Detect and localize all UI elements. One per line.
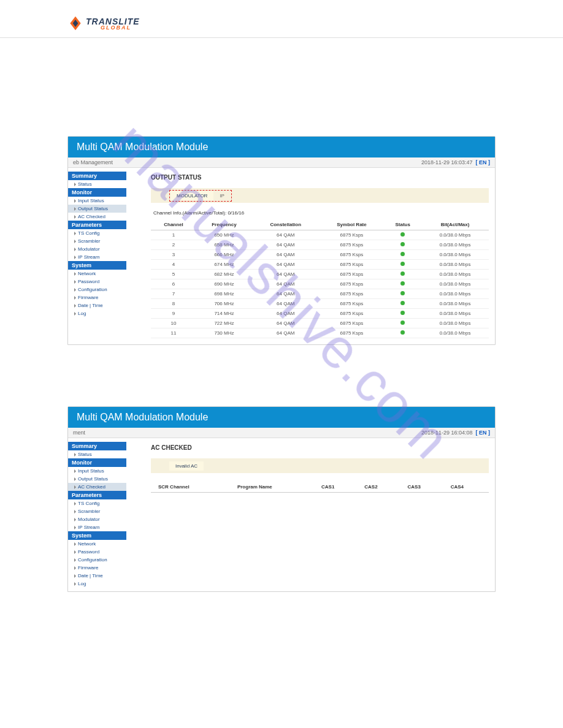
- table-cell: 0.0/38.0 Mbps: [421, 260, 489, 270]
- language-link[interactable]: [ EN ]: [476, 159, 491, 165]
- caret-icon: [74, 215, 76, 219]
- caret-icon: [74, 469, 76, 473]
- page-header: TRANSLITE GLOBAL: [0, 0, 563, 38]
- table-cell: 11: [151, 328, 196, 338]
- status-ok-icon: [400, 291, 405, 295]
- sidebar-item-configuration[interactable]: Configuration: [68, 286, 126, 294]
- table-cell: 722 MHz: [196, 319, 252, 328]
- sidebar-item-scrambler[interactable]: Scrambler: [68, 507, 126, 515]
- sidebar-item-label: Output Status: [78, 206, 108, 211]
- table-row: 7698 MHz64 QAM6875 Ksps0.0/38.0 Mbps: [151, 289, 489, 299]
- table-cell: 6875 Ksps: [320, 299, 385, 309]
- table-cell: [384, 250, 421, 260]
- table-cell: 64 QAM: [252, 319, 320, 328]
- table-row: 2658 MHz64 QAM6875 Ksps0.0/38.0 Mbps: [151, 240, 489, 250]
- sidebar-item-label: Status: [78, 452, 92, 457]
- table-cell: 6875 Ksps: [320, 328, 385, 338]
- sidebar-item-password[interactable]: Password: [68, 548, 126, 556]
- caret-icon: [74, 477, 76, 481]
- column-header: CAS3: [402, 482, 445, 493]
- status-ok-icon: [400, 281, 405, 286]
- sidebar-item-log[interactable]: Log: [68, 309, 126, 317]
- table-cell: 650 MHz: [196, 230, 252, 240]
- tab-modulator[interactable]: MODULATOR: [170, 191, 213, 200]
- output-status-table: ChannelFrequencyConstellationSymbol Rate…: [151, 219, 489, 338]
- caret-icon: [74, 574, 76, 578]
- sidebar-item-ts-config[interactable]: TS Config: [68, 499, 126, 507]
- table-row: 9714 MHz64 QAM6875 Ksps0.0/38.0 Mbps: [151, 309, 489, 319]
- brand-logo: TRANSLITE GLOBAL: [67, 15, 496, 31]
- table-cell: 6875 Ksps: [320, 319, 385, 328]
- status-ok-icon: [400, 252, 405, 256]
- table-cell: 64 QAM: [252, 299, 320, 309]
- table-cell: 64 QAM: [252, 309, 320, 319]
- sidebar-item-label: Output Status: [78, 476, 108, 482]
- caret-icon: [74, 232, 76, 235]
- column-header: CAS1: [316, 482, 359, 493]
- table-cell: 0.0/38.0 Mbps: [421, 240, 489, 250]
- table-cell: 3: [151, 250, 196, 260]
- sidebar-item-scrambler[interactable]: Scrambler: [68, 237, 126, 245]
- sidebar-item-status[interactable]: Status: [68, 180, 126, 188]
- sidebar-item-network[interactable]: Network: [68, 270, 126, 278]
- language-link[interactable]: [ EN ]: [476, 430, 491, 436]
- table-cell: 0.0/38.0 Mbps: [421, 279, 489, 289]
- table-cell: [384, 319, 421, 328]
- sidebar-item-input-status[interactable]: Input Status: [68, 467, 126, 475]
- table-cell: 6875 Ksps: [320, 289, 385, 299]
- table-cell: 6: [151, 279, 196, 289]
- sidebar-item-label: Password: [78, 549, 99, 555]
- sidebar-group-header: Summary: [68, 442, 126, 450]
- caret-icon: [74, 256, 76, 259]
- column-header: SCR Channel: [151, 482, 232, 493]
- sidebar-item-output-status[interactable]: Output Status: [68, 475, 126, 483]
- sidebar-item-label: Network: [78, 541, 96, 547]
- sidebar-item-firmware[interactable]: Firmware: [68, 294, 126, 301]
- sidebar-item-firmware[interactable]: Firmware: [68, 564, 126, 572]
- table-row: 10722 MHz64 QAM6875 Ksps0.0/38.0 Mbps: [151, 319, 489, 328]
- sidebar-item-label: IP Stream: [78, 254, 99, 260]
- sidebar-group-header: Monitor: [68, 458, 126, 467]
- sidebar-item-label: AC Checked: [78, 484, 105, 490]
- sidebar-item-ts-config[interactable]: TS Config: [68, 229, 126, 237]
- sidebar-item-log[interactable]: Log: [68, 580, 126, 588]
- sidebar-item-configuration[interactable]: Configuration: [68, 556, 126, 564]
- sidebar-item-output-status[interactable]: Output Status: [68, 205, 126, 213]
- caret-icon: [74, 207, 76, 211]
- brand-icon: [67, 15, 83, 31]
- screenshot-ac-checked: Multi QAM Modulation Module ment 2018-11…: [67, 406, 496, 592]
- column-header: Bit(Act/Max): [421, 219, 489, 230]
- table-cell: 10: [151, 319, 196, 328]
- table-row: 11730 MHz64 QAM6875 Ksps0.0/38.0 Mbps: [151, 328, 489, 338]
- sidebar-item-date-time[interactable]: Date | Time: [68, 301, 126, 309]
- sidebar-item-date-time[interactable]: Date | Time: [68, 572, 126, 580]
- table-cell: 690 MHz: [196, 279, 252, 289]
- sidebar-item-password[interactable]: Password: [68, 278, 126, 286]
- sidebar-item-ip-stream[interactable]: IP Stream: [68, 523, 126, 531]
- sidebar-item-status[interactable]: Status: [68, 450, 126, 458]
- table-cell: 0.0/38.0 Mbps: [421, 289, 489, 299]
- sidebar-item-ip-stream[interactable]: IP Stream: [68, 253, 126, 261]
- caret-icon: [74, 199, 76, 203]
- column-header: Symbol Rate: [320, 219, 385, 230]
- sidebar-item-label: Password: [78, 279, 99, 284]
- sidebar-item-input-status[interactable]: Input Status: [68, 197, 126, 205]
- channel-info: Channel Info.(Alarm/Active/Total): 0/16/…: [153, 210, 489, 216]
- tab-ip[interactable]: IP: [213, 191, 231, 200]
- tab-invalid-ac[interactable]: Invalid AC: [169, 461, 204, 471]
- caret-icon: [74, 502, 76, 506]
- sidebar-item-modulator[interactable]: Modulator: [68, 245, 126, 253]
- sidebar-item-ac-checked[interactable]: AC Checked: [68, 213, 126, 221]
- content-title: AC CHECKED: [151, 444, 489, 451]
- column-header: CAS4: [446, 482, 489, 493]
- table-cell: 4: [151, 260, 196, 270]
- table-cell: 658 MHz: [196, 240, 252, 250]
- table-cell: 2: [151, 240, 196, 250]
- sidebar-item-modulator[interactable]: Modulator: [68, 515, 126, 523]
- sidebar-group-header: Monitor: [68, 188, 126, 197]
- sidebar-item-label: Modulator: [78, 517, 100, 522]
- sidebar-item-ac-checked[interactable]: AC Checked: [68, 483, 126, 491]
- sidebar-item-network[interactable]: Network: [68, 540, 126, 548]
- table-cell: 682 MHz: [196, 270, 252, 279]
- sidebar-group-header: System: [68, 261, 126, 270]
